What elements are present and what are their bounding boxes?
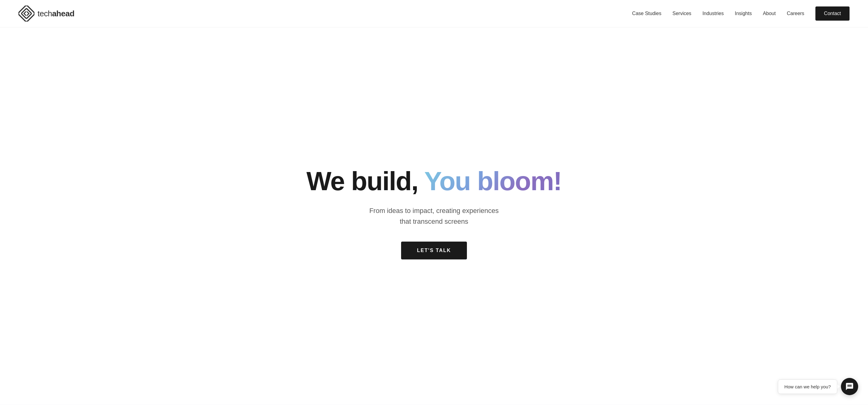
nav-item-about[interactable]: About bbox=[763, 11, 776, 16]
lets-talk-button[interactable]: LET'S TALK bbox=[401, 241, 467, 259]
nav-item-case-studies[interactable]: Case Studies bbox=[632, 11, 661, 16]
chat-icon-button[interactable] bbox=[841, 378, 858, 395]
hero-heading-prefix: We build, bbox=[306, 166, 418, 196]
nav-item-careers[interactable]: Careers bbox=[787, 11, 804, 16]
hero-subtitle: From ideas to impact, creating experienc… bbox=[369, 205, 499, 227]
logo-icon bbox=[19, 5, 34, 22]
logo[interactable]: techahead bbox=[19, 5, 74, 22]
nav-item-industries[interactable]: Industries bbox=[703, 11, 724, 16]
chat-bubble-arrow bbox=[837, 384, 840, 389]
hero-section: We build, You bloom! From ideas to impac… bbox=[0, 27, 868, 405]
nav-item-insights[interactable]: Insights bbox=[735, 11, 752, 16]
chat-bubble-text: How can we help you? bbox=[778, 379, 837, 394]
contact-button[interactable]: Contact bbox=[815, 6, 849, 21]
svg-rect-0 bbox=[19, 5, 34, 22]
chat-icon bbox=[845, 382, 854, 391]
svg-rect-1 bbox=[21, 8, 32, 19]
nav-item-services[interactable]: Services bbox=[672, 11, 691, 16]
svg-line-5 bbox=[27, 13, 29, 16]
chat-widget: How can we help you? bbox=[778, 378, 858, 395]
hero-heading: We build, You bloom! bbox=[306, 167, 562, 196]
logo-text: techahead bbox=[37, 9, 74, 19]
main-nav: Case Studies Services Industries Insight… bbox=[632, 6, 849, 21]
chat-bubble-wrapper: How can we help you? bbox=[778, 379, 837, 394]
header: techahead Case Studies Services Industri… bbox=[0, 0, 868, 27]
hero-heading-gradient: You bloom! bbox=[424, 166, 562, 196]
svg-line-3 bbox=[24, 13, 26, 16]
